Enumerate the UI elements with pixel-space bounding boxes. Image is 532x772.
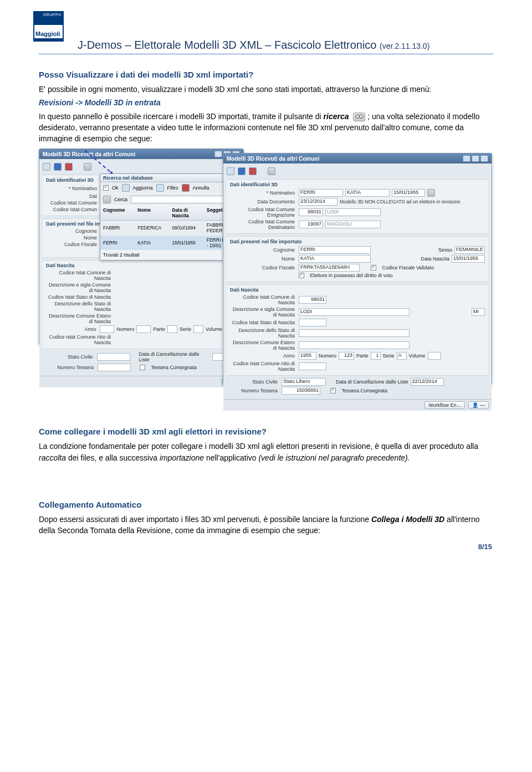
delete-icon[interactable] <box>65 163 73 171</box>
ricerca-word: ricerca <box>324 112 349 121</box>
save-icon[interactable] <box>238 167 245 175</box>
workflow-button[interactable]: Workflow En… <box>424 401 465 409</box>
cancel-icon[interactable] <box>182 184 190 192</box>
screenshot-composite: Modelli 3D Ricevuti da altri Comuni Dati… <box>39 149 493 387</box>
header-title-main: J-Demos – Elettorale Modelli 3D XML – Fa… <box>78 39 380 51</box>
binoculars-icon <box>353 113 365 121</box>
window-left-title: Modelli 3D Ricevuti da altri Comuni <box>39 149 243 159</box>
result-row-selected[interactable]: FERRI KATIA 15/01/1955 FERRI KATIA - 15/… <box>100 236 241 250</box>
section1-p1: E' possibile in ogni momento, visualizza… <box>39 84 493 95</box>
toolbar-left <box>43 161 240 173</box>
section3-heading: Collegamento Automatico <box>39 500 493 509</box>
window-right: Modelli 3D Ricevuti da altri Comuni Dati… <box>223 153 492 385</box>
menu-path: Revisioni -> Modelli 3D in entrata <box>39 97 493 108</box>
window-right-title: Modelli 3D Ricevuti da altri Comuni <box>223 154 492 163</box>
page-number: 8/15 <box>478 543 492 551</box>
delete-icon[interactable] <box>249 167 257 175</box>
search-icon[interactable] <box>84 163 91 171</box>
search-popup: Ricerca nel database Ok Aggiorna Filtro … <box>100 173 241 260</box>
user-button[interactable]: 👤 — <box>468 401 489 409</box>
binoculars-icon[interactable] <box>103 196 111 203</box>
section3-p1: Dopo essersi assicurati di aver importat… <box>39 514 493 536</box>
section2-heading: Come collegare i modelli 3D xml agli ele… <box>39 427 493 436</box>
new-icon[interactable] <box>43 163 50 171</box>
section1-heading: Posso Visualizzare i dati dei modelli 3D… <box>39 70 493 79</box>
search-icon[interactable] <box>268 167 275 175</box>
result-row[interactable]: FABBRI FEDERICA 09/10/1994 FABBRI FEDERI… <box>100 221 241 236</box>
page-header: J-Demos – Elettorale Modelli 3D XML – Fa… <box>39 39 493 54</box>
section1-p2: In questo pannello è possibile ricercare… <box>39 111 493 145</box>
logo-brand: Maggioli <box>34 25 63 38</box>
logo-gruppo: GRUPPO <box>34 12 63 17</box>
new-icon[interactable] <box>227 167 234 175</box>
refresh-icon[interactable] <box>122 184 130 192</box>
save-icon[interactable] <box>54 163 62 171</box>
brand-logo: GRUPPO Maggioli <box>33 11 64 42</box>
popup-toolbar: Ok Aggiorna Filtro Annulla <box>100 182 241 194</box>
filter-icon[interactable] <box>156 184 164 192</box>
lookup-icon[interactable] <box>427 189 435 197</box>
section2-p1: La condizione fondamentale per poter col… <box>39 441 493 463</box>
window-controls[interactable] <box>463 155 488 162</box>
header-title-version: (ver.2.11.13.0) <box>380 42 429 50</box>
